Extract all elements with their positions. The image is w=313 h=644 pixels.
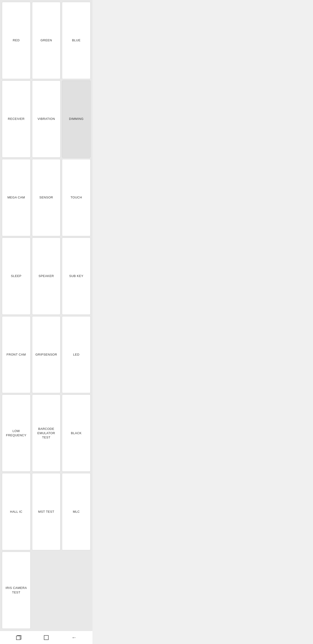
grid-item-mega-cam[interactable]: MEGA CAM: [2, 159, 30, 236]
grid-item-mst-test[interactable]: MST TEST: [32, 473, 61, 550]
recents-button[interactable]: [9, 633, 28, 642]
recents-icon: [16, 635, 21, 640]
grid-item-label-barcode-emulator-test: BARCODE EMULATOR TEST: [35, 427, 58, 440]
grid-item-barcode-emulator-test[interactable]: BARCODE EMULATOR TEST: [32, 394, 61, 472]
grid-item-label-gripsensor: GRIPSENSOR: [35, 352, 57, 357]
grid-item-label-low-frequency: LOW FREQUENCY: [5, 429, 27, 438]
grid-item-label-receiver: RECEIVER: [8, 117, 24, 121]
grid-item-led[interactable]: LED: [62, 316, 91, 393]
grid-item-front-cam[interactable]: FRONT CAM: [2, 316, 30, 393]
grid-item-label-iris-camera-test: IRIS CAMERA TEST: [5, 586, 27, 594]
grid-item-sub-key[interactable]: SUB KEY: [62, 238, 91, 315]
grid-item-speaker[interactable]: SPEAKER: [32, 238, 61, 315]
grid-item-label-blue: BLUE: [72, 38, 81, 42]
grid-item-label-mst-test: MST TEST: [38, 510, 54, 514]
grid-item-sleep[interactable]: SLEEP: [2, 238, 30, 315]
grid-item-blue[interactable]: BLUE: [62, 2, 91, 79]
test-grid: REDGREENBLUERECEIVERVIBRATIONDIMMINGMEGA…: [0, 0, 92, 631]
grid-item-label-touch: TOUCH: [70, 195, 82, 200]
grid-item-red[interactable]: RED: [2, 2, 30, 79]
grid-item-vibration[interactable]: VIBRATION: [32, 80, 61, 158]
grid-item-label-speaker: SPEAKER: [39, 274, 54, 278]
grid-item-label-sub-key: SUB KEY: [69, 274, 83, 278]
bottom-navigation: [0, 631, 92, 644]
grid-item-label-vibration: VIBRATION: [37, 117, 55, 121]
grid-item-label-red: RED: [13, 38, 20, 42]
grid-item-mlc[interactable]: MLC: [62, 473, 91, 550]
grid-item-gripsensor[interactable]: GRIPSENSOR: [32, 316, 61, 393]
grid-item-label-led: LED: [73, 352, 79, 357]
grid-item-label-mega-cam: MEGA CAM: [7, 195, 25, 200]
grid-item-dimming[interactable]: DIMMING: [62, 80, 91, 158]
grid-item-touch[interactable]: TOUCH: [62, 159, 91, 236]
grid-item-label-mlc: MLC: [73, 510, 80, 514]
back-icon: [72, 635, 76, 640]
grid-item-sensor[interactable]: SENSOR: [32, 159, 61, 236]
grid-item-iris-camera-test[interactable]: IRIS CAMERA TEST: [2, 552, 30, 629]
grid-item-receiver[interactable]: RECEIVER: [2, 80, 30, 158]
grid-item-low-frequency[interactable]: LOW FREQUENCY: [2, 394, 30, 472]
grid-item-hall-ic[interactable]: HALL IC: [2, 473, 30, 550]
grid-item-label-hall-ic: HALL IC: [10, 510, 22, 514]
grid-item-label-front-cam: FRONT CAM: [7, 352, 26, 357]
grid-item-label-black: BLACK: [71, 431, 82, 435]
home-icon: [44, 635, 49, 640]
grid-item-black[interactable]: BLACK: [62, 394, 91, 472]
grid-item-label-sleep: SLEEP: [11, 274, 21, 278]
home-button[interactable]: [37, 633, 56, 642]
grid-item-label-green: GREEN: [40, 38, 52, 42]
grid-item-label-dimming: DIMMING: [69, 117, 83, 121]
grid-item-label-sensor: SENSOR: [39, 195, 53, 200]
grid-item-green[interactable]: GREEN: [32, 2, 61, 79]
back-button[interactable]: [64, 633, 83, 642]
